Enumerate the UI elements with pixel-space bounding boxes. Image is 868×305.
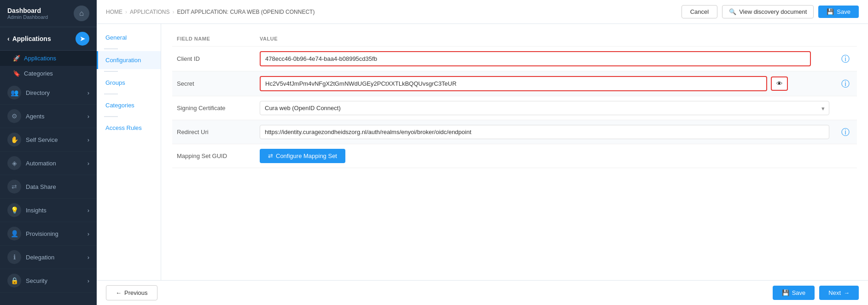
tab-groups[interactable]: Groups bbox=[97, 74, 161, 92]
save-top-button[interactable]: 💾 Save bbox=[818, 6, 859, 18]
configure-mapping-set-button[interactable]: ⇄ Configure Mapping Set bbox=[260, 149, 345, 163]
client-id-input[interactable] bbox=[260, 51, 811, 66]
breadcrumb-current: EDIT APPLICATION: CURA WEB (OPENID CONNE… bbox=[177, 9, 315, 15]
save-bottom-button[interactable]: 💾 Save bbox=[773, 286, 815, 300]
save-bottom-icon: 💾 bbox=[782, 289, 789, 296]
sidebar-item-data-share[interactable]: ⇄ Data Share bbox=[0, 175, 97, 199]
save-icon: 💾 bbox=[827, 8, 834, 15]
breadcrumb-home[interactable]: HOME bbox=[106, 9, 122, 15]
configure-mapping-label: Configure Mapping Set bbox=[276, 152, 337, 159]
nav-divider bbox=[104, 48, 118, 49]
mapping-set-label: Mapping Set GUID bbox=[172, 144, 255, 168]
rocket-icon: ➤ bbox=[76, 32, 89, 46]
sidebar-item-applications[interactable]: 🚀 Applications bbox=[0, 51, 97, 66]
left-nav: General Configuration Groups Categories … bbox=[97, 24, 161, 280]
client-id-label: Client ID bbox=[172, 47, 255, 71]
save-top-label: Save bbox=[837, 8, 851, 15]
applications-sub-label: Applications bbox=[24, 55, 56, 62]
table-row: Client ID ⓘ bbox=[172, 47, 857, 71]
admin-label: Admin Dashboard bbox=[7, 14, 48, 20]
chevron-right-icon: › bbox=[87, 136, 89, 143]
sidebar-item-insights[interactable]: 💡 Insights › bbox=[0, 199, 97, 222]
signing-cert-info-col bbox=[834, 96, 857, 120]
cancel-button[interactable]: Cancel bbox=[682, 5, 717, 18]
sidebar-item-categories[interactable]: 🔖 Categories bbox=[0, 66, 97, 81]
agents-icon: ⚙ bbox=[7, 109, 21, 123]
breadcrumb: HOME › APPLICATIONS › EDIT APPLICATION: … bbox=[106, 9, 315, 15]
mapping-set-value-cell: ⇄ Configure Mapping Set bbox=[255, 144, 834, 168]
nav-divider3 bbox=[104, 94, 118, 94]
signing-cert-label: Signing Certificate bbox=[172, 96, 255, 120]
tab-general[interactable]: General bbox=[97, 29, 161, 47]
sidebar-item-self-service[interactable]: ✋ Self Service › bbox=[0, 128, 97, 152]
nav-divider2 bbox=[104, 71, 118, 72]
delegation-icon: ℹ bbox=[7, 250, 21, 264]
tab-configuration[interactable]: Configuration bbox=[97, 51, 161, 69]
sidebar-top: Dashboard Admin Dashboard ⌂ bbox=[0, 0, 97, 27]
redirect-uri-value-cell bbox=[255, 120, 834, 144]
sidebar-item-agents[interactable]: ⚙ Agents › bbox=[0, 105, 97, 128]
secret-value-cell: 👁 bbox=[255, 71, 834, 96]
provisioning-icon: 👤 bbox=[7, 227, 21, 240]
nav-divider4 bbox=[104, 116, 118, 117]
chevron-right-icon: › bbox=[87, 113, 89, 120]
topbar: HOME › APPLICATIONS › EDIT APPLICATION: … bbox=[97, 0, 868, 24]
discovery-label: View discovery document bbox=[739, 8, 807, 15]
view-discovery-button[interactable]: 🔍 View discovery document bbox=[722, 5, 814, 18]
next-label: Next bbox=[828, 289, 841, 296]
main: HOME › APPLICATIONS › EDIT APPLICATION: … bbox=[97, 0, 868, 305]
tab-categories[interactable]: Categories bbox=[97, 96, 161, 114]
automation-icon: ◈ bbox=[7, 156, 21, 170]
eye-icon: 👁 bbox=[776, 80, 782, 87]
table-row: Signing Certificate Cura web (OpenID Con… bbox=[172, 96, 857, 120]
field-table: FIELD NAME VALUE Client ID ⓘ bbox=[172, 33, 857, 168]
arrow-right-icon: → bbox=[844, 289, 850, 296]
rocket-sub-icon: 🚀 bbox=[13, 55, 20, 62]
table-row: Mapping Set GUID ⇄ Configure Mapping Set bbox=[172, 144, 857, 168]
chevron-right-icon: › bbox=[87, 277, 89, 284]
breadcrumb-applications[interactable]: APPLICATIONS bbox=[130, 9, 169, 15]
security-icon: 🔒 bbox=[7, 274, 21, 287]
data-share-icon: ⇄ bbox=[7, 180, 21, 194]
form-area: FIELD NAME VALUE Client ID ⓘ bbox=[161, 24, 868, 280]
secret-input[interactable] bbox=[260, 76, 767, 91]
sidebar-item-security[interactable]: 🔒 Security › bbox=[0, 269, 97, 293]
info-icon: ⓘ bbox=[841, 128, 850, 137]
chevron-left-icon: ‹ bbox=[7, 35, 10, 42]
client-id-info-col: ⓘ bbox=[834, 47, 857, 71]
sidebar-item-automation[interactable]: ◈ Automation › bbox=[0, 152, 97, 175]
home-icon[interactable]: ⌂ bbox=[74, 6, 89, 21]
chevron-right-icon: › bbox=[87, 160, 89, 167]
secret-label: Secret bbox=[172, 71, 255, 96]
applications-label: Applications bbox=[12, 35, 51, 42]
table-row: Redirect Uri ⓘ bbox=[172, 120, 857, 144]
breadcrumb-sep1: › bbox=[125, 9, 127, 15]
sidebar-item-directory[interactable]: 👥 Directory › bbox=[0, 81, 97, 105]
next-button[interactable]: Next → bbox=[819, 286, 859, 300]
previous-button[interactable]: ← Previous bbox=[106, 285, 157, 300]
dashboard-label: Dashboard bbox=[7, 7, 48, 14]
insights-icon: 💡 bbox=[7, 203, 21, 217]
categories-icon: 🔖 bbox=[13, 70, 20, 77]
info-icon: ⓘ bbox=[841, 79, 850, 88]
breadcrumb-sep2: › bbox=[172, 9, 174, 15]
directory-icon: 👥 bbox=[7, 86, 21, 100]
chevron-right-icon: › bbox=[87, 254, 89, 261]
secret-info-col: ⓘ bbox=[834, 71, 857, 96]
mapping-icon: ⇄ bbox=[268, 152, 273, 159]
redirect-uri-input[interactable] bbox=[260, 125, 829, 139]
save-bottom-label: Save bbox=[792, 289, 806, 296]
col-value: VALUE bbox=[255, 33, 834, 47]
sidebar-item-provisioning[interactable]: 👤 Provisioning › bbox=[0, 222, 97, 246]
arrow-left-icon: ← bbox=[116, 289, 122, 296]
bottom-bar: ← Previous 💾 Save Next → bbox=[97, 280, 868, 305]
chevron-right-icon: › bbox=[87, 230, 89, 237]
client-id-value-cell bbox=[255, 47, 834, 71]
eye-button[interactable]: 👁 bbox=[771, 76, 788, 91]
tab-access-rules[interactable]: Access Rules bbox=[97, 119, 161, 137]
signing-cert-select[interactable]: Cura web (OpenID Connect) bbox=[260, 101, 829, 115]
signing-cert-value-cell: Cura web (OpenID Connect) ▾ bbox=[255, 96, 834, 120]
applications-nav-item[interactable]: ‹ Applications ➤ bbox=[0, 27, 97, 51]
col-field-name: FIELD NAME bbox=[172, 33, 255, 47]
sidebar-item-delegation[interactable]: ℹ Delegation › bbox=[0, 246, 97, 269]
